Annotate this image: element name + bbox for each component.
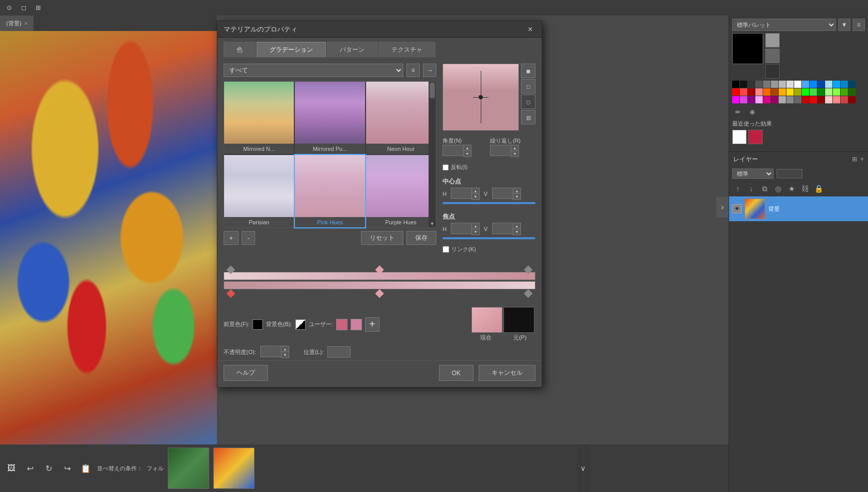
layer-move-down-icon[interactable]: ↓ (746, 183, 757, 194)
cancel-btn[interactable]: キャンセル (479, 365, 535, 381)
user-swatch-2[interactable] (351, 319, 362, 330)
remove-gradient-btn[interactable]: - (242, 231, 255, 245)
recent-swatch-red[interactable] (748, 130, 763, 144)
dialog-close-btn[interactable]: × (525, 24, 535, 35)
pos-field[interactable]: 0 (327, 346, 351, 358)
focal-v-spin-down[interactable]: ▼ (513, 229, 520, 235)
palette-cell[interactable] (763, 81, 770, 88)
gradient-item-mirrored-n[interactable]: Mirrored N... (224, 82, 294, 154)
main-color-swatch[interactable] (732, 33, 763, 64)
shape-btn-2[interactable]: ◻ (521, 79, 535, 94)
focal-v-input[interactable]: 50 (492, 223, 513, 234)
palette-cell[interactable] (825, 96, 832, 103)
thumbnail-1[interactable] (168, 448, 209, 489)
pencil-icon[interactable]: ✏ (732, 106, 744, 118)
diamond-bottom-center[interactable] (375, 289, 384, 298)
opacity-input[interactable]: 100 (777, 169, 802, 178)
fg-swatch[interactable] (252, 319, 263, 330)
palette-cell[interactable] (771, 81, 778, 88)
layer-item-background[interactable]: 👁 背景 (729, 196, 868, 221)
palette-cell[interactable] (825, 88, 832, 96)
palette-cell[interactable] (833, 81, 840, 88)
center-v-input[interactable]: 50 (492, 188, 513, 199)
repeat-spin-down[interactable]: ▼ (511, 151, 518, 157)
focal-h-input[interactable]: 50 (451, 223, 471, 234)
palette-cell[interactable] (779, 96, 786, 103)
gray-swatch-3[interactable] (765, 64, 780, 79)
palette-cell[interactable] (786, 96, 794, 103)
palette-cell[interactable] (848, 96, 856, 103)
shape-btn-4[interactable]: ▥ (521, 110, 535, 125)
current-swatch[interactable] (471, 307, 502, 333)
palette-cell[interactable] (817, 81, 825, 88)
palette-cell[interactable] (748, 96, 755, 103)
palette-cell[interactable] (748, 88, 755, 96)
palette-cell[interactable] (732, 81, 739, 88)
bg-swatch[interactable] (295, 319, 306, 330)
palette-cell[interactable] (802, 96, 809, 103)
opacity-field[interactable]: 100 (260, 346, 281, 357)
thumbnail-2[interactable] (213, 448, 255, 489)
scroll-down-btn[interactable]: ▼ (429, 220, 436, 227)
layer-copy-icon[interactable]: ⧉ (759, 183, 770, 194)
add-color-btn[interactable]: + (365, 317, 380, 332)
tab-color[interactable]: 色 (224, 42, 256, 57)
blend-mode-select[interactable]: 標準 (732, 168, 774, 179)
palette-cell[interactable] (841, 81, 848, 88)
filter-arrow-btn[interactable]: → (423, 64, 436, 77)
palette-cell[interactable] (755, 96, 763, 103)
help-btn[interactable]: ヘルプ (224, 365, 268, 381)
filter-select[interactable]: すべて (224, 64, 403, 77)
filter-list-btn[interactable]: ≡ (406, 64, 420, 77)
palette-cell[interactable] (817, 96, 825, 103)
tab-gradation[interactable]: グラデーション (257, 42, 326, 57)
palette-cell[interactable] (794, 88, 801, 96)
bottom-icon-5[interactable]: 📋 (78, 461, 93, 475)
opacity-spin-down[interactable]: ▼ (281, 352, 289, 358)
palette-cell[interactable] (748, 81, 755, 88)
palette-cell[interactable] (810, 96, 817, 103)
gradient-item-parisian[interactable]: Parisian (224, 155, 294, 227)
palette-cell[interactable] (802, 81, 809, 88)
bottom-icon-4[interactable]: ↪ (60, 461, 74, 475)
palette-cell[interactable] (848, 88, 856, 96)
palette-cell[interactable] (779, 81, 786, 88)
palette-cell[interactable] (786, 81, 794, 88)
palette-cell[interactable] (732, 96, 739, 103)
palette-cell[interactable] (755, 81, 763, 88)
opacity-spin-up[interactable]: ▲ (281, 346, 289, 352)
invert-checkbox[interactable] (443, 164, 449, 171)
app-icon[interactable]: ⊙ (4, 3, 14, 13)
palette-cell[interactable] (779, 88, 786, 96)
user-swatch-1[interactable] (336, 319, 348, 330)
ok-btn[interactable]: OK (439, 365, 474, 381)
reset-btn[interactable]: リセット (361, 231, 403, 245)
original-swatch[interactable] (503, 307, 534, 333)
bottom-icon-3[interactable]: ↻ (41, 461, 56, 475)
plus-circle-icon[interactable]: ⊕ (747, 106, 758, 118)
palette-cell[interactable] (740, 81, 747, 88)
palette-cell[interactable] (794, 81, 801, 88)
focal-h-spin-up[interactable]: ▲ (472, 223, 479, 229)
palette-cell[interactable] (841, 96, 848, 103)
palette-cell[interactable] (833, 88, 840, 96)
recent-swatch-white[interactable] (732, 130, 747, 144)
palette-cell[interactable] (810, 88, 817, 96)
palette-cell[interactable] (763, 88, 770, 96)
palette-cell[interactable] (740, 88, 747, 96)
palette-cell[interactable] (755, 88, 763, 96)
gradient-bar-bottom[interactable] (224, 281, 535, 289)
palette-cell[interactable] (732, 88, 739, 96)
palette-expand-btn[interactable]: ▼ (838, 19, 850, 31)
palette-settings-btn[interactable]: ≡ (853, 19, 865, 31)
angle-spin-up[interactable]: ▲ (464, 145, 471, 151)
palette-cell[interactable] (810, 81, 817, 88)
palette-cell[interactable] (786, 88, 794, 96)
layers-add-icon[interactable]: + (860, 156, 864, 163)
palette-cell[interactable] (763, 96, 770, 103)
diamond-bottom-right[interactable] (524, 289, 533, 298)
palette-cell[interactable] (794, 96, 801, 103)
focal-v-spin-up[interactable]: ▲ (513, 223, 520, 229)
palette-cell[interactable] (771, 88, 778, 96)
layer-visibility-icon[interactable]: 👁 (732, 204, 741, 213)
